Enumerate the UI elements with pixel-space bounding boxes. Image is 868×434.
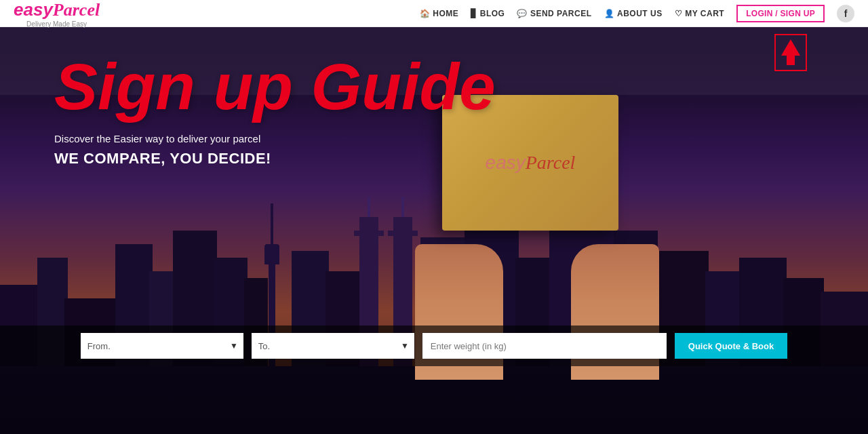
box-logo: easyParcel (486, 152, 576, 174)
nav-home[interactable]: 🏠 HOME (420, 9, 459, 18)
facebook-icon[interactable]: f (837, 5, 854, 22)
to-select[interactable]: To. (252, 333, 414, 359)
nav-send-parcel[interactable]: 💬 SEND PARCEL (517, 9, 591, 18)
header: easyParcel Delivery Made Easy 🏠 HOME ▊ B… (0, 0, 868, 27)
logo-tagline: Delivery Made Easy (14, 20, 100, 28)
logo-parcel: Parcel (53, 0, 100, 20)
person-icon: 👤 (604, 9, 615, 18)
main-nav: 🏠 HOME ▊ BLOG 💬 SEND PARCEL 👤 ABOUT US ♡… (420, 5, 854, 22)
quick-quote-button[interactable]: Quick Quote & Book (675, 333, 787, 359)
svg-marker-1 (781, 39, 800, 56)
hero-text-block: Sign up Guide Discover the Easier way to… (54, 54, 496, 167)
logo[interactable]: easyParcel Delivery Made Easy (14, 0, 100, 28)
from-select-wrapper: From. ▼ (81, 333, 243, 359)
from-select[interactable]: From. (81, 333, 243, 359)
hero-subtitle: Discover the Easier way to deliver your … (54, 133, 496, 144)
nav-blog[interactable]: ▊ BLOG (471, 9, 505, 18)
login-signup-button[interactable]: LOGIN / SIGN UP (736, 5, 825, 22)
quote-form: From. ▼ To. ▼ Quick Quote & Book (0, 326, 868, 366)
scroll-up-arrow[interactable] (774, 34, 807, 79)
svg-rect-2 (787, 56, 795, 65)
hero-title: Sign up Guide (54, 54, 496, 119)
blog-icon: ▊ (471, 9, 477, 18)
logo-easy: easy (14, 0, 53, 20)
nav-about-us[interactable]: 👤 ABOUT US (604, 9, 663, 18)
hero-section: easyParcel Sign up Guide Discover the Ea… (0, 27, 868, 434)
to-select-wrapper: To. ▼ (252, 333, 414, 359)
nav-my-cart[interactable]: ♡ MY CART (675, 9, 724, 18)
parcel-icon: 💬 (517, 9, 528, 18)
weight-input[interactable] (422, 333, 667, 359)
hero-tagline: WE COMPARE, YOU DECIDE! (54, 150, 496, 167)
heart-icon: ♡ (675, 9, 683, 18)
home-icon: 🏠 (420, 9, 431, 18)
